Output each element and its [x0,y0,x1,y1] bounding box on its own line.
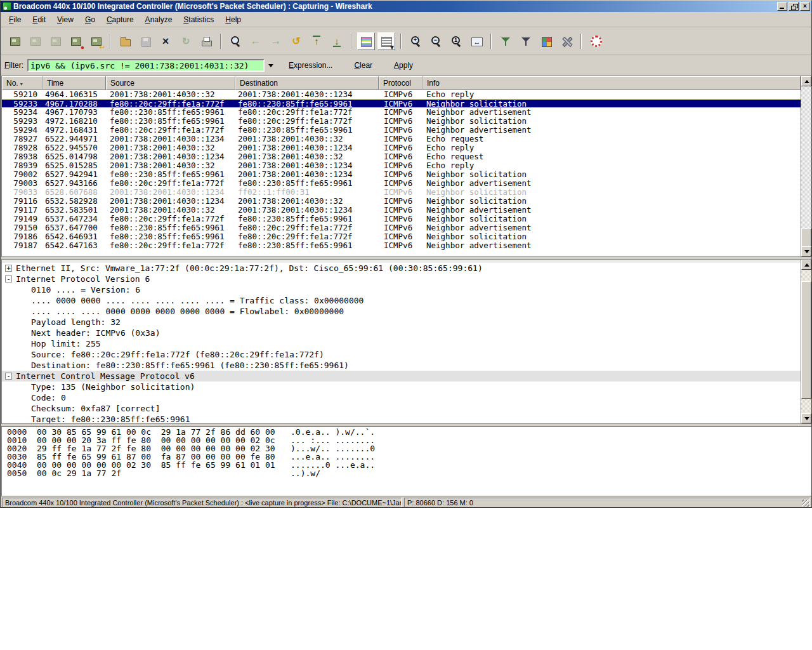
go-back-button[interactable] [247,32,265,50]
packet-row-79002[interactable]: 790026527.942941fe80::230:85ff:fe65:9961… [2,170,801,179]
capture-restart-button[interactable]: ↩ [87,32,105,50]
capture-stop-button[interactable]: ● [67,32,84,50]
hex-row-0050[interactable]: 005000 0c 29 1a 77 2f..).w/ [7,469,811,477]
menu-item-edit[interactable]: Edit [27,13,51,26]
packet-row-59233[interactable]: 592334967.170288fe80::20c:29ff:fe1a:772f… [2,99,801,108]
coloring-rules-button[interactable] [537,32,555,50]
reload-button[interactable] [177,32,195,50]
autoscroll-toggle-button[interactable]: ▼ [377,32,395,50]
column-header-source[interactable]: Source [106,76,235,90]
detail-row[interactable]: .... .... .... 0000 0000 0000 0000 0000 … [2,306,801,317]
cell-dst: 2001:738:2001:4030::1234 [235,206,379,215]
detail-row[interactable]: Next header: ICMPv6 (0x3a) [2,328,801,338]
detail-row[interactable]: +Ethernet II, Src: Vmware_1a:77:2f (00:0… [2,263,801,274]
cell-no: 79187 [2,241,43,250]
packet-row-59293[interactable]: 592934972.168210fe80::230:85ff:fe65:9961… [2,117,801,126]
preferences-button[interactable] [558,32,575,50]
details-scroll-thumb[interactable] [801,281,811,399]
packet-row-79003[interactable]: 790036527.943166fe80::20c:29ff:fe1a:772f… [2,179,801,188]
packet-row-79149[interactable]: 791496537.647234fe80::20c:29ff:fe1a:772f… [2,215,801,223]
toolbar-separator [351,34,352,49]
detail-row[interactable]: Destination: fe80::230:85ff:fe65:9961 (f… [2,360,801,371]
packet-row-79033[interactable]: 790336528.6076882001:738:2001:4030::1234… [2,188,801,197]
packet-row-59294[interactable]: 592944972.168431fe80::20c:29ff:fe1a:772f… [2,126,801,135]
capture-options-button[interactable] [26,32,44,50]
detail-row[interactable]: 0110 .... = Version: 6 [2,284,801,295]
zoom-out-button[interactable]: − [427,32,445,50]
menu-item-go[interactable]: Go [79,13,101,26]
scroll-up-icon[interactable] [801,76,811,86]
packet-row-79116[interactable]: 791166532.5829282001:738:2001:4030::1234… [2,197,801,206]
restore-button[interactable] [789,2,799,11]
scroll-up-icon[interactable] [801,260,811,270]
filter-input[interactable] [27,59,265,72]
column-header-destination[interactable]: Destination [235,76,379,90]
column-header-time[interactable]: Time [43,76,106,90]
colorize-toggle-button[interactable] [357,32,375,50]
minimize-button[interactable] [777,2,787,11]
title-bar[interactable]: Broadcom 440x 10/100 Integrated Controll… [1,1,811,12]
packet-row-78928[interactable]: 789286522.9455702001:738:2001:4030::3220… [2,143,801,152]
print-button[interactable] [197,32,215,50]
packet-row-78927[interactable]: 789276522.9449712001:738:2001:4030::1234… [2,135,801,143]
detail-row[interactable]: Hop limit: 255 [2,338,801,349]
packet-list-scrollbar[interactable] [801,76,811,256]
list-interfaces-button[interactable] [6,32,23,50]
hex-row-0040[interactable]: 004000 00 00 00 00 00 02 30 85 ff fe 65 … [7,461,811,469]
menu-item-file[interactable]: File [3,13,27,26]
go-forward-button[interactable] [267,32,285,50]
zoom-in-button[interactable]: + [407,32,424,50]
clear-button[interactable]: Clear [351,60,375,71]
scroll-down-icon[interactable] [801,246,811,256]
packet-row-79117[interactable]: 791176532.5835012001:738:2001:4030::3220… [2,206,801,215]
capture-filters-button[interactable] [497,32,514,50]
close-file-button[interactable] [157,32,174,50]
detail-row[interactable]: .... 0000 0000 .... .... .... .... .... … [2,295,801,306]
open-file-button[interactable] [116,32,134,50]
packet-row-79187[interactable]: 791876542.647163fe80::20c:29ff:fe1a:772f… [2,241,801,250]
display-filters-button[interactable] [517,32,535,50]
filter-dropdown-button[interactable] [266,60,276,70]
resize-columns-button[interactable] [468,32,485,50]
packet-row-59210[interactable]: 592104964.1063152001:738:2001:4030::3220… [2,90,801,99]
detail-row[interactable]: Code: 0 [2,392,801,403]
packet-row-79186[interactable]: 791866542.646931fe80::230:85ff:fe65:9961… [2,232,801,241]
detail-row[interactable]: Checksum: 0xfa87 [correct] [2,403,801,414]
scroll-down-icon[interactable] [801,413,811,423]
column-header-info[interactable]: Info [422,76,801,90]
packet-row-78938[interactable]: 789386525.0147982001:738:2001:4030::1234… [2,152,801,161]
menu-item-capture[interactable]: Capture [101,13,140,26]
detail-row[interactable]: -Internet Protocol Version 6 [2,274,801,284]
save-as-button[interactable] [136,32,154,50]
collapse-icon[interactable]: - [5,275,12,282]
packet-row-78939[interactable]: 789396525.0152852001:738:2001:4030::3220… [2,161,801,170]
detail-row[interactable]: Payload length: 32 [2,317,801,328]
details-scrollbar[interactable] [801,260,811,423]
detail-row[interactable]: -Internet Control Message Protocol v6 [2,371,801,381]
column-header-protocol[interactable]: Protocol [379,76,422,90]
collapse-icon[interactable]: - [5,373,12,380]
menu-item-analyze[interactable]: Analyze [140,13,178,26]
detail-row[interactable]: Type: 135 (Neighbor solicitation) [2,381,801,392]
expand-icon[interactable]: + [5,265,12,272]
menu-item-help[interactable]: Help [219,13,247,26]
find-packet-button[interactable] [226,32,244,50]
packet-row-59234[interactable]: 592344967.170793fe80::230:85ff:fe65:9961… [2,108,801,117]
help-button[interactable] [587,32,605,50]
apply-button[interactable]: Apply [391,60,416,71]
packet-row-79150[interactable]: 791506537.647700fe80::230:85ff:fe65:9961… [2,223,801,232]
packet-list-scroll-thumb[interactable] [801,229,811,248]
menu-item-view[interactable]: View [51,13,79,26]
expression-button[interactable]: Expression... [286,60,335,71]
goto-packet-button[interactable] [287,32,305,50]
resize-grip[interactable] [802,500,809,507]
go-first-button[interactable] [308,32,325,50]
detail-row[interactable]: Source: fe80::20c:29ff:fe1a:772f (fe80::… [2,349,801,360]
close-button[interactable]: × [800,2,810,11]
menu-item-statistics[interactable]: Statistics [178,13,219,26]
capture-start-button[interactable] [46,32,64,50]
go-last-button[interactable] [328,32,346,50]
column-header-no[interactable]: No.▾ [2,76,43,90]
zoom-100-button[interactable]: 1 [447,32,465,50]
detail-row[interactable]: Target: fe80::230:85ff:fe65:9961 [2,414,801,423]
